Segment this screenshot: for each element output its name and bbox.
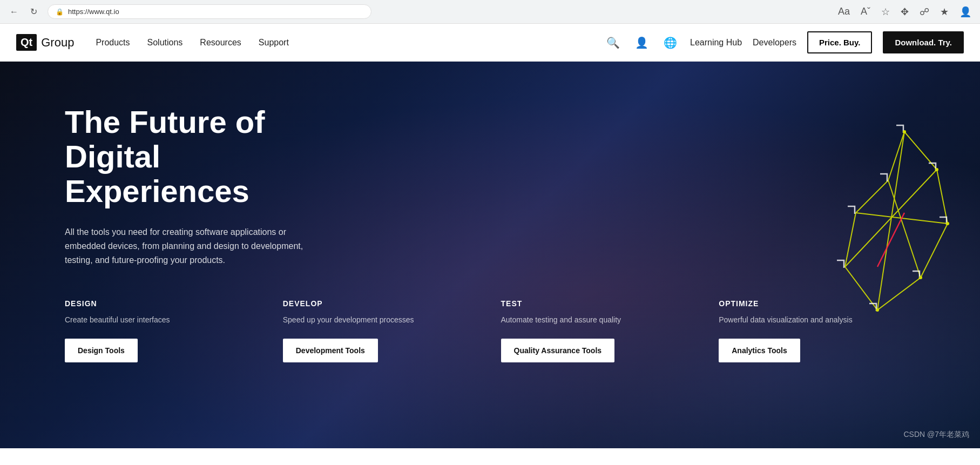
svg-point-7: [946, 222, 949, 225]
svg-point-5: [903, 130, 906, 133]
nav-item-resources[interactable]: Resources: [200, 38, 241, 47]
learning-hub-link[interactable]: Learning Hub: [690, 38, 742, 48]
logo-group-text: Group: [41, 36, 74, 50]
analytics-tools-button[interactable]: Analytics Tools: [719, 339, 800, 362]
hero-subtitle: All the tools you need for creating soft…: [65, 225, 313, 267]
feature-label-design: DESIGN: [65, 299, 267, 308]
feature-card-test: TEST Automate testing and assure quality…: [501, 299, 719, 362]
nav-item-support[interactable]: Support: [259, 38, 289, 47]
feature-desc-optimize: Powerful data visualization and analysis: [719, 314, 921, 326]
nav-item-solutions[interactable]: Solutions: [147, 38, 183, 47]
feature-desc-design: Create beautiful user interfaces: [65, 314, 267, 326]
profile-icon[interactable]: 👤: [957, 4, 974, 20]
nav-links: Products Solutions Resources Support: [96, 38, 289, 48]
feature-label-test: TEST: [501, 299, 703, 308]
lock-icon: 🔒: [56, 8, 64, 16]
globe-icon[interactable]: 🌐: [661, 34, 679, 51]
download-try-button[interactable]: Download. Try.: [883, 31, 964, 53]
feature-label-optimize: OPTIMIZE: [719, 299, 921, 308]
hero-content: The Future of Digital Experiences All th…: [0, 62, 378, 299]
svg-line-3: [888, 180, 921, 278]
font-size-icon[interactable]: Aˇ: [859, 4, 873, 19]
quality-assurance-tools-button[interactable]: Quality Assurance Tools: [501, 339, 615, 362]
back-button[interactable]: ←: [6, 4, 22, 19]
watermark: CSDN @7年老菜鸡: [903, 430, 969, 440]
feature-card-design: DESIGN Create beautiful user interfaces …: [65, 299, 283, 362]
svg-point-8: [919, 276, 922, 279]
browser-actions: Aa Aˇ ☆ ✥ ☍ ★ 👤: [836, 4, 974, 20]
feature-card-develop: DEVELOP Speed up your development proces…: [283, 299, 501, 362]
refresh-button[interactable]: ↻: [26, 4, 41, 19]
development-tools-button[interactable]: Development Tools: [283, 339, 378, 362]
logo-link[interactable]: Qt Group: [16, 34, 74, 51]
browser-nav-buttons: ← ↻: [6, 4, 41, 19]
hero-title-line2: Digital Experiences: [65, 139, 249, 208]
feature-label-develop: DEVELOP: [283, 299, 485, 308]
logo-qt: Qt: [16, 34, 37, 51]
favorites-icon[interactable]: ★: [938, 4, 951, 20]
browser-chrome: ← ↻ 🔒 https://www.qt.io Aa Aˇ ☆ ✥ ☍ ★ 👤: [0, 0, 980, 24]
feature-desc-test: Automate testing and assure quality: [501, 314, 703, 326]
nav-item-products[interactable]: Products: [96, 38, 130, 47]
svg-point-6: [935, 168, 938, 171]
developers-link[interactable]: Developers: [753, 38, 796, 48]
hero-section: The Future of Digital Experiences All th…: [0, 62, 980, 448]
nav-right: 🔍 👤 🌐 Learning Hub Developers Price. Buy…: [604, 31, 964, 53]
user-icon[interactable]: 👤: [633, 34, 651, 51]
bookmark-icon[interactable]: ☆: [879, 4, 892, 20]
feature-card-optimize: OPTIMIZE Powerful data visualization and…: [719, 299, 937, 362]
font-settings-icon[interactable]: Aa: [836, 4, 852, 19]
hero-title-line1: The Future of: [65, 104, 265, 139]
design-tools-button[interactable]: Design Tools: [65, 339, 138, 362]
address-bar[interactable]: 🔒 https://www.qt.io: [48, 4, 371, 19]
extensions-icon[interactable]: ✥: [898, 4, 911, 20]
url-text: https://www.qt.io: [68, 8, 119, 16]
hero-title: The Future of Digital Experiences: [65, 105, 313, 208]
feature-desc-develop: Speed up your development processes: [283, 314, 485, 326]
svg-line-1: [845, 170, 937, 267]
search-icon[interactable]: 🔍: [604, 34, 622, 51]
navbar: Qt Group Products Solutions Resources Su…: [0, 24, 980, 62]
feature-grid: DESIGN Create beautiful user interfaces …: [0, 299, 980, 395]
reader-mode-icon[interactable]: ☍: [917, 4, 931, 20]
price-buy-button[interactable]: Price. Buy.: [807, 31, 872, 53]
